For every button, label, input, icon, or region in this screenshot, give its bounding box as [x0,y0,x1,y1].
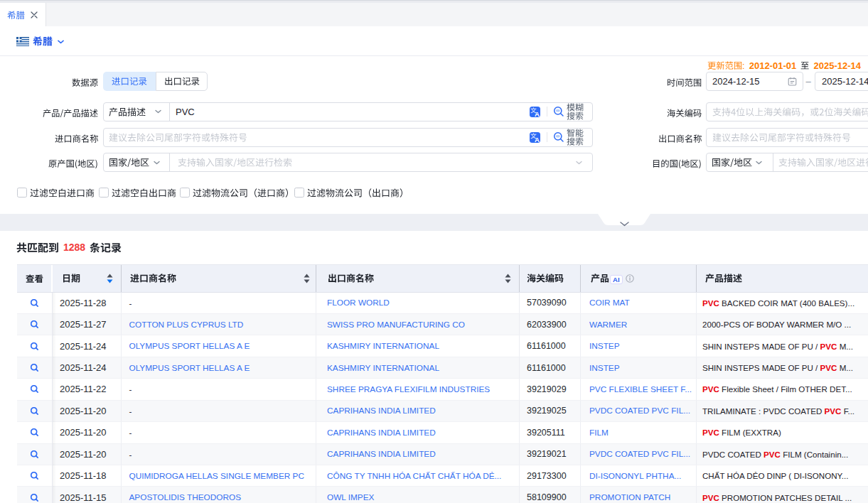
svg-text:A: A [535,135,540,142]
svg-text:A: A [535,109,540,117]
